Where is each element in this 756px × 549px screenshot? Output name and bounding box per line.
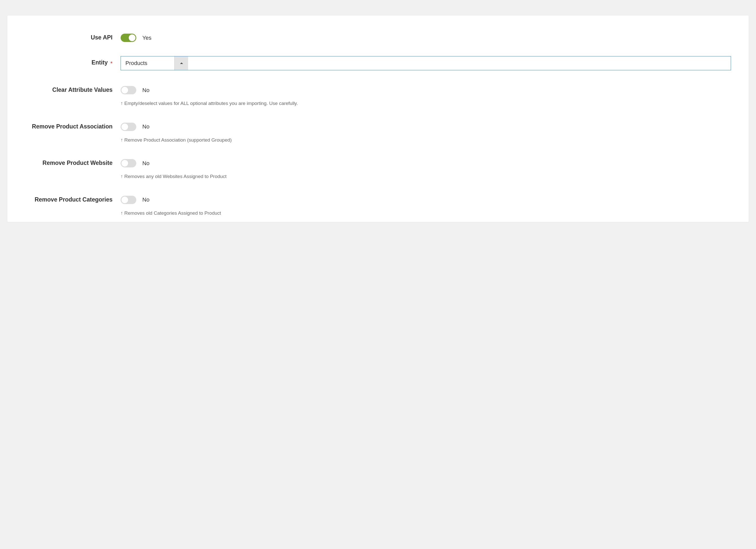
field-remove-product-association: Remove Product Association No ↑ Remove P… — [25, 123, 731, 144]
label-text: Remove Product Categories — [35, 196, 113, 203]
label-text: Remove Product Association — [32, 123, 113, 130]
toggle-knob — [121, 196, 128, 204]
field-entity: Entity * Products — [25, 56, 731, 70]
entity-select[interactable]: Products — [121, 56, 731, 70]
use-api-toggle[interactable] — [121, 34, 136, 42]
help-text: ↑ Removes any old Websites Assigned to P… — [121, 173, 300, 180]
label-use-api: Use API — [25, 34, 121, 41]
control-use-api: Yes — [121, 34, 731, 42]
toggle-state-text: Yes — [142, 35, 151, 41]
toggle-line: No — [121, 196, 731, 204]
toggle-line: Yes — [121, 34, 731, 42]
chevron-up-icon — [180, 62, 183, 64]
toggle-knob — [121, 86, 128, 94]
entity-select-trigger[interactable] — [174, 56, 188, 70]
label-entity: Entity * — [25, 56, 121, 67]
toggle-state-text: No — [142, 196, 149, 203]
control-remove-assoc: No ↑ Remove Product Association (support… — [121, 123, 731, 144]
label-remove-assoc: Remove Product Association — [25, 123, 121, 130]
label-remove-categories: Remove Product Categories — [25, 196, 121, 203]
entity-select-value: Products — [121, 56, 174, 70]
clear-attribute-values-toggle[interactable] — [121, 86, 136, 94]
field-remove-product-categories: Remove Product Categories No ↑ Removes o… — [25, 196, 731, 217]
toggle-state-text: No — [142, 160, 149, 167]
toggle-line: No — [121, 123, 731, 131]
toggle-line: No — [121, 86, 731, 94]
control-remove-website: No ↑ Removes any old Websites Assigned t… — [121, 159, 731, 180]
field-remove-product-website: Remove Product Website No ↑ Removes any … — [25, 159, 731, 180]
settings-panel: Use API Yes Entity * Products — [7, 15, 749, 222]
toggle-state-text: No — [142, 123, 149, 130]
toggle-line: No — [121, 159, 731, 167]
toggle-knob — [121, 123, 128, 130]
control-remove-categories: No ↑ Removes old Categories Assigned to … — [121, 196, 731, 217]
label-clear-attr: Clear Attribute Values — [25, 86, 121, 93]
label-text: Clear Attribute Values — [52, 86, 113, 93]
label-remove-website: Remove Product Website — [25, 159, 121, 166]
toggle-knob — [121, 160, 128, 167]
help-text: ↑ Remove Product Association (supported … — [121, 137, 300, 144]
help-text: ↑ Empty/deselect values for ALL optional… — [121, 100, 300, 107]
remove-product-website-toggle[interactable] — [121, 159, 136, 167]
remove-product-categories-toggle[interactable] — [121, 196, 136, 204]
label-text: Remove Product Website — [42, 160, 113, 166]
control-entity: Products — [121, 56, 731, 70]
toggle-knob — [128, 34, 136, 41]
field-clear-attribute-values: Clear Attribute Values No ↑ Empty/desele… — [25, 86, 731, 107]
remove-product-association-toggle[interactable] — [121, 123, 136, 131]
toggle-state-text: No — [142, 87, 149, 94]
label-text: Use API — [91, 34, 113, 41]
required-indicator: * — [110, 60, 113, 67]
control-clear-attr: No ↑ Empty/deselect values for ALL optio… — [121, 86, 731, 107]
label-text: Entity — [92, 59, 108, 66]
help-text: ↑ Removes old Categories Assigned to Pro… — [121, 210, 300, 217]
field-use-api: Use API Yes — [25, 34, 731, 42]
